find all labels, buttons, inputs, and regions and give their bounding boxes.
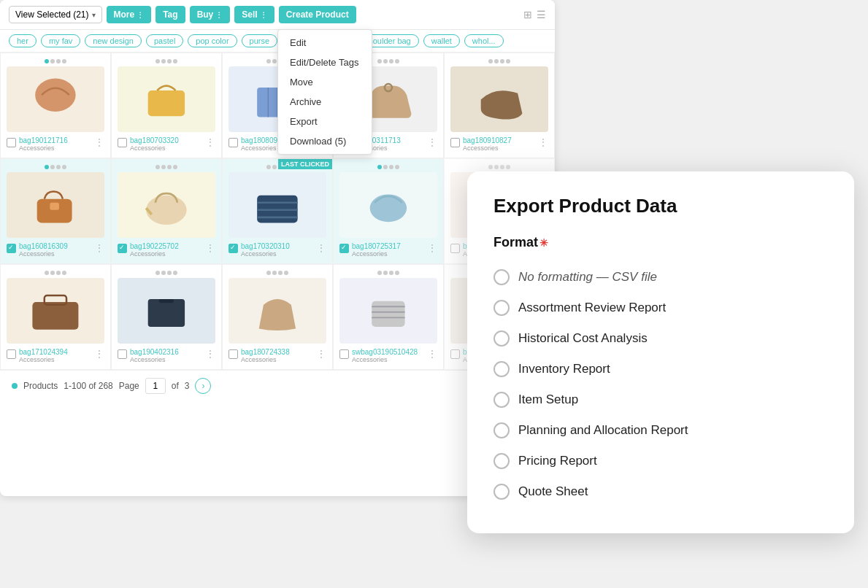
svg-point-15 <box>370 194 407 222</box>
view-selected-button[interactable]: View Selected (21) ▾ <box>9 6 102 23</box>
product-menu-icon[interactable]: ⋮ <box>94 242 104 254</box>
view-selected-label: View Selected (21) <box>15 9 89 20</box>
radio-button[interactable] <box>493 453 510 469</box>
product-info: bag180725317 Accessories ⋮ <box>339 242 437 258</box>
radio-label: Inventory Report <box>518 362 610 376</box>
product-menu-icon[interactable]: ⋮ <box>427 242 437 254</box>
radio-label: Assortment Review Report <box>518 301 666 315</box>
product-checkbox[interactable] <box>450 349 460 359</box>
product-checkbox[interactable] <box>118 244 127 253</box>
product-checkbox[interactable] <box>450 138 460 147</box>
bag-image-svg <box>243 288 312 334</box>
radio-inventory-report[interactable]: Inventory Report <box>493 354 828 384</box>
product-category: Accessories <box>19 356 68 363</box>
next-page-button[interactable]: › <box>195 378 211 394</box>
dropdown-export[interactable]: Export <box>278 112 372 131</box>
radio-button[interactable] <box>493 269 510 285</box>
radio-button[interactable] <box>493 330 510 347</box>
radio-button[interactable] <box>493 300 510 316</box>
product-image-dots <box>450 165 548 169</box>
product-menu-icon[interactable]: ⋮ <box>427 348 437 360</box>
page-input[interactable] <box>145 378 166 394</box>
radio-button[interactable] <box>493 422 510 438</box>
product-category: Accessories <box>19 144 68 152</box>
radio-assortment-review[interactable]: Assortment Review Report <box>493 293 828 323</box>
dropdown-edit-delete-tags[interactable]: Edit/Delete Tags <box>278 53 372 72</box>
product-menu-icon[interactable]: ⋮ <box>538 136 548 148</box>
radio-button[interactable] <box>493 484 510 500</box>
tag-wallet[interactable]: wallet <box>423 34 460 47</box>
chevron-down-icon: ▾ <box>92 11 96 19</box>
product-image-dots <box>7 59 104 63</box>
radio-label: Item Setup <box>518 392 578 407</box>
product-menu-icon[interactable]: ⋮ <box>427 136 437 148</box>
product-info: bag171024394 Accessories ⋮ <box>7 348 104 363</box>
more-button[interactable]: More ⋮ <box>107 6 152 23</box>
product-cell: bag180724338 Accessories ⋮ <box>222 264 333 370</box>
page-of-label: of <box>172 381 179 391</box>
more-dots-icon: ⋮ <box>137 11 144 19</box>
radio-button[interactable] <box>493 361 510 377</box>
dropdown-archive[interactable]: Archive <box>278 92 372 112</box>
bag-image-svg <box>465 77 534 123</box>
dropdown-download[interactable]: Download (5) <box>278 131 372 151</box>
product-checkbox[interactable] <box>7 138 16 147</box>
radio-planning-allocation[interactable]: Planning and Allocation Report <box>493 415 828 446</box>
product-image <box>7 278 104 344</box>
product-image-dots <box>228 271 326 275</box>
radio-quote-sheet[interactable]: Quote Sheet <box>493 476 828 507</box>
tag-purse[interactable]: purse <box>242 34 278 47</box>
list-view-icon[interactable]: ☰ <box>537 9 546 20</box>
product-menu-icon[interactable]: ⋮ <box>316 348 326 360</box>
tag-her[interactable]: her <box>9 34 37 47</box>
product-image-dots <box>118 271 215 275</box>
dropdown-move[interactable]: Move <box>278 72 372 92</box>
product-checkbox[interactable] <box>339 349 349 359</box>
bag-image-svg <box>243 182 312 228</box>
radio-button[interactable] <box>493 392 510 408</box>
svg-rect-1 <box>148 90 185 115</box>
product-checkbox[interactable] <box>339 244 349 253</box>
tag-button[interactable]: Tag <box>155 6 185 23</box>
product-category: Accessories <box>241 356 290 363</box>
product-id: swbag03190510428 <box>352 348 418 356</box>
tag-whol[interactable]: whol... <box>464 34 504 47</box>
radio-item-setup[interactable]: Item Setup <box>493 384 828 415</box>
product-category: Accessories <box>130 144 179 152</box>
product-checkbox[interactable] <box>118 138 127 147</box>
sell-button[interactable]: Sell ⋮ <box>234 6 274 23</box>
product-menu-icon[interactable]: ⋮ <box>94 348 104 360</box>
radio-historical-cost[interactable]: Historical Cost Analysis <box>493 323 828 354</box>
product-checkbox[interactable] <box>118 349 127 359</box>
products-range: 1-100 of 268 <box>64 381 112 391</box>
product-image <box>339 278 437 344</box>
product-checkbox[interactable] <box>228 138 238 147</box>
product-checkbox[interactable] <box>7 349 16 359</box>
product-menu-icon[interactable]: ⋮ <box>316 242 326 254</box>
tag-pop-color[interactable]: pop color <box>188 34 237 47</box>
product-checkbox[interactable] <box>7 244 16 253</box>
product-menu-icon[interactable]: ⋮ <box>205 348 215 360</box>
product-cell-selected: bag190225702 Accessories ⋮ <box>111 158 222 264</box>
tag-pastel[interactable]: pastel <box>146 34 183 47</box>
product-image <box>118 172 215 238</box>
create-product-button[interactable]: Create Product <box>279 6 356 23</box>
buy-button[interactable]: Buy ⋮ <box>190 6 231 23</box>
export-title: Export Product Data <box>493 195 828 217</box>
dropdown-edit[interactable]: Edit <box>278 33 372 53</box>
product-checkbox[interactable] <box>228 349 238 359</box>
product-info: swbag03190510428 Accessories ⋮ <box>339 348 437 363</box>
product-checkbox[interactable] <box>450 244 460 253</box>
tag-new-design[interactable]: new design <box>85 34 142 47</box>
product-menu-icon[interactable]: ⋮ <box>94 136 104 148</box>
more-dropdown: Edit Edit/Delete Tags Move Archive Expor… <box>277 29 372 155</box>
product-info: bag180703320 Accessories ⋮ <box>118 136 215 152</box>
radio-pricing-report[interactable]: Pricing Report <box>493 446 828 476</box>
grid-view-icon[interactable]: ⊞ <box>523 9 532 20</box>
product-menu-icon[interactable]: ⋮ <box>205 136 215 148</box>
product-menu-icon[interactable]: ⋮ <box>205 242 215 254</box>
tag-my-fav[interactable]: my fav <box>41 34 80 47</box>
sell-dots-icon: ⋮ <box>260 11 267 19</box>
product-checkbox[interactable] <box>228 244 238 253</box>
radio-no-formatting[interactable]: No formatting — CSV file <box>493 262 828 293</box>
